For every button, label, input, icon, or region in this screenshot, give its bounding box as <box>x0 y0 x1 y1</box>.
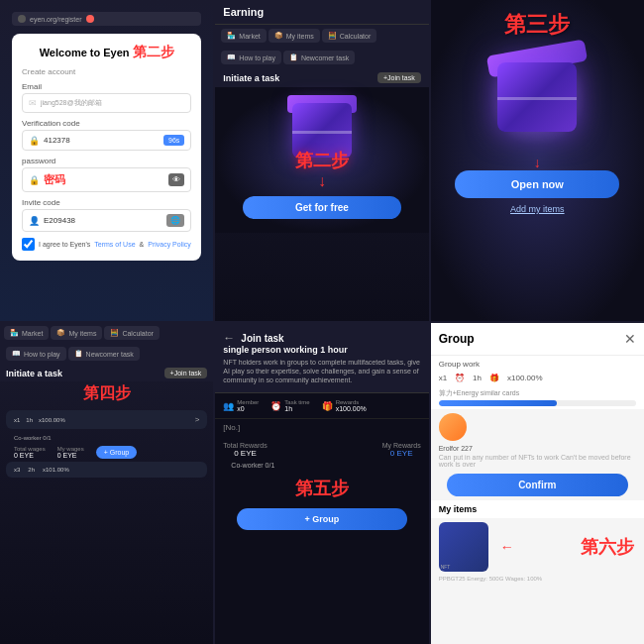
how-play-label: How to play <box>239 54 275 61</box>
verify-input[interactable]: 🔒 412378 96s <box>22 130 191 151</box>
people-icon: 👥 <box>223 401 234 411</box>
task-header: Initiate a task +Join task <box>215 68 428 87</box>
group-work-label: Group work <box>431 356 644 371</box>
panel-group: Group ✕ Group work x1 ⏰ 1h 🎁 x100.00% 算力… <box>431 323 644 644</box>
member-val: x0 <box>237 405 259 412</box>
group-btn[interactable]: + Group <box>96 446 138 459</box>
email-label: Email <box>22 82 191 91</box>
p4-items-icon: 📦 <box>56 329 65 337</box>
task1-count: x1 <box>14 417 20 423</box>
member-id: Erolfor 227 <box>431 445 644 452</box>
member-avatar <box>439 413 467 441</box>
nft-item[interactable]: NFT <box>439 522 488 572</box>
invite-label: Invite code <box>22 198 191 207</box>
wages-row: Total wages 0 EYE My wages 0 EYE + Group <box>6 443 207 462</box>
rewards-section: Total Rewards 0 EYE My Rewards 0 EYE Co-… <box>215 436 428 475</box>
p4-market-tab[interactable]: 🏪 Market <box>4 326 49 340</box>
p4-newcomer-tab[interactable]: 📋 Newcomer task <box>68 347 140 361</box>
myitems-tab[interactable]: 📦 My items <box>268 29 320 43</box>
invite-input[interactable]: 👤 E209438 🌐 <box>22 209 191 232</box>
earning-sub-tabs: 📖 How to play 📋 Newcomer task <box>215 47 428 68</box>
join-task-name: single person working 1 hour <box>223 345 420 355</box>
panel4-sub-tabs: 📖 How to play 📋 Newcomer task <box>0 343 213 365</box>
task-item-2[interactable]: x3 2h x101.00% <box>6 462 207 478</box>
task2-count: x3 <box>14 467 20 473</box>
envelope-icon: ✉ <box>29 98 37 108</box>
globe-btn[interactable]: 🌐 <box>166 214 184 227</box>
newcomer-tab[interactable]: 📋 Newcomer task <box>283 51 355 64</box>
play-icon: 📖 <box>227 54 236 61</box>
invite-value: E209438 <box>44 216 75 225</box>
browser-icon <box>18 15 26 23</box>
agree-checkbox[interactable] <box>22 238 35 251</box>
my-rewards-label: My Rewards <box>382 442 421 449</box>
p4-items-label: My items <box>68 330 96 337</box>
total-wages-group: Total wages 0 EYE <box>14 446 46 459</box>
calc-tab-label: Calculator <box>340 33 372 40</box>
add-items-link[interactable]: Add my items <box>510 204 565 214</box>
my-wages-val: 0 EYE <box>57 452 84 459</box>
p4-newcomer-label: Newcomer task <box>86 351 134 358</box>
no-label: [No.] <box>215 419 428 436</box>
market-tab[interactable]: 🏪 Market <box>221 29 266 43</box>
email-group: Email ✉ jiang528@我的邮箱 <box>22 82 191 113</box>
open-box-image <box>487 48 587 147</box>
join-desc: NFT holders work in groups to complete m… <box>223 358 420 384</box>
privacy-link[interactable]: Privacy Policy <box>148 241 191 248</box>
plus-group-btn[interactable]: + Group <box>237 508 407 530</box>
confirm-btn[interactable]: Confirm <box>447 474 628 496</box>
energy-text: 算力+Energy similar cards <box>439 389 520 396</box>
toggle-password-btn[interactable]: 👁 <box>168 173 184 186</box>
step-four-label: 第四步 <box>0 381 213 406</box>
market-tab-label: Market <box>239 33 260 40</box>
task2-reward: x101.00% <box>43 467 69 473</box>
close-group-btn[interactable]: ✕ <box>624 331 636 347</box>
myitems-tab-label: My items <box>286 33 314 40</box>
mystery-box-area: 第二步 ↓ Get for free <box>215 87 428 233</box>
gift-icon: 🎁 <box>322 401 333 411</box>
coworker-label: Co-worker 0/1 <box>6 433 207 443</box>
and-text: & <box>140 241 145 248</box>
terms-link[interactable]: Terms of Use <box>94 241 135 248</box>
back-btn[interactable]: ← <box>223 331 235 345</box>
p4-play-icon: 📖 <box>12 350 21 358</box>
clock-icon: ⏰ <box>270 401 281 411</box>
panel4-task-title-row: Initiate a task +Join task <box>0 365 213 381</box>
panel-join: ← Join task single person working 1 hour… <box>215 323 428 644</box>
join-header: ← Join task single person working 1 hour… <box>215 323 428 393</box>
close-tab-btn[interactable] <box>86 15 94 23</box>
mystery-box <box>287 95 357 164</box>
password-input[interactable]: 🔒 密码 👁 <box>22 167 191 192</box>
join-coworker: Co-worker 0/1 <box>223 462 420 469</box>
p4-howplay-tab[interactable]: 📖 How to play <box>6 347 66 361</box>
p4-calc-tab[interactable]: 🧮 Calculator <box>104 326 160 340</box>
verify-group: Verification code 🔒 412378 96s <box>22 119 191 151</box>
panel4-nav-tabs: 🏪 Market 📦 My items 🧮 Calculator <box>0 323 213 343</box>
energy-bar-area: 算力+Energy similar cards <box>431 385 644 409</box>
rewards-val: x100.00% <box>336 405 367 412</box>
agree-text: I agree to Eyen's <box>39 241 90 248</box>
total-wages-val: 0 EYE <box>14 452 46 459</box>
p4-join-btn[interactable]: +Join task <box>164 368 208 378</box>
time-group: Task time 1h <box>284 399 309 412</box>
p4-myitems-tab[interactable]: 📦 My items <box>51 326 102 340</box>
calculator-tab[interactable]: 🧮 Calculator <box>322 29 377 43</box>
send-verify-btn[interactable]: 96s <box>163 135 184 146</box>
get-free-btn[interactable]: Get for free <box>243 196 400 219</box>
group-work-stats: x1 ⏰ 1h 🎁 x100.00% <box>431 371 644 385</box>
open-now-btn[interactable]: Open now <box>455 170 619 198</box>
task1-arrow: > <box>195 415 200 424</box>
join-meta: 👥 Member x0 ⏰ Task time 1h 🎁 Rewards x10… <box>215 393 428 419</box>
energy-label: 算力+Energy similar cards <box>439 388 636 398</box>
task2-time: 2h <box>28 467 35 473</box>
task-item-1[interactable]: x1 1h x100.00% > <box>6 410 207 429</box>
user-icon: 👤 <box>29 216 40 226</box>
my-items-label: My items <box>431 500 644 518</box>
my-rewards-item: My Rewards 0 EYE <box>382 442 421 458</box>
panel-openbox: 第三步 ↓ Open now Add my items <box>431 0 644 321</box>
group-title: Group <box>439 332 475 346</box>
email-input[interactable]: ✉ jiang528@我的邮箱 <box>22 93 191 113</box>
join-task-btn[interactable]: +Join task <box>377 72 421 83</box>
browser-url: eyen.org/register <box>30 16 82 23</box>
how-to-play-tab[interactable]: 📖 How to play <box>221 51 281 64</box>
